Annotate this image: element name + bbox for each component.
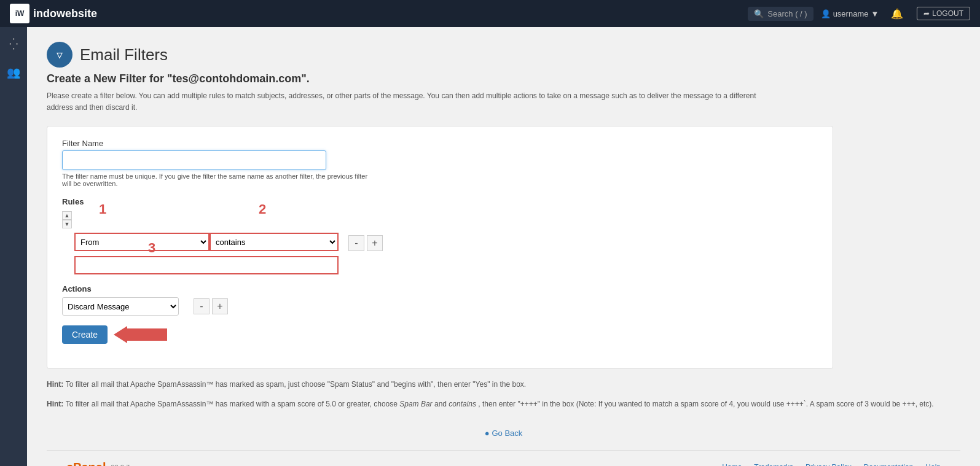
hint2-italic2: contains	[449, 400, 476, 408]
rules-label: Rules	[62, 197, 818, 206]
bell-icon[interactable]: 🔔	[891, 8, 903, 20]
footer-privacy-link[interactable]: Privacy Policy	[806, 463, 852, 466]
filter-name-hint: The filter name must be unique. If you g…	[62, 173, 369, 187]
main-content: ▿ Email Filters Create a New Filter for …	[27, 27, 980, 466]
footer-home-link[interactable]: Home	[722, 463, 742, 466]
footer-trademarks-link[interactable]: Trademarks	[754, 463, 793, 466]
top-navigation: iW indowebsite 🔍 Search ( / ) 👤 username…	[0, 0, 980, 27]
user-section: 👤 username ▼	[821, 9, 879, 18]
hint2-prefix: Hint:	[47, 400, 66, 408]
rule-text-wrapper: 3	[74, 256, 339, 274]
brand-name: indowebsite	[33, 7, 97, 20]
spinner-down-button[interactable]: ▼	[62, 220, 72, 228]
search-label: Search ( / )	[767, 9, 807, 18]
hint2-text-pre: To filter all mail that Apache SpamAssas…	[66, 400, 400, 408]
red-arrow	[108, 326, 167, 343]
hint-1: Hint: To filter all mail that Apache Spa…	[47, 379, 960, 390]
action-remove-button[interactable]: -	[194, 298, 210, 314]
spinner-up-button[interactable]: ▲	[62, 211, 72, 220]
hint2-text-mid: and	[434, 400, 449, 408]
rule-from-select[interactable]: From To Subject Any Header Any Recipient…	[74, 233, 210, 251]
logout-icon: ➦	[923, 9, 930, 18]
footer: cPanel 92.0.7 Home Trademarks Privacy Po…	[47, 450, 960, 466]
user-icon: 👤	[821, 9, 831, 18]
filter-name-group: Filter Name The filter name must be uniq…	[62, 139, 818, 187]
annotation-1: 1	[99, 201, 106, 217]
page-subtitle: Create a New Filter for "tes@contohdomai…	[47, 72, 960, 85]
search-box[interactable]: 🔍 Search ( / )	[748, 7, 813, 21]
sidebar: ⁛ 👥	[0, 27, 27, 466]
hint1-prefix: Hint:	[47, 380, 66, 389]
brand-logo[interactable]: iW indowebsite	[10, 4, 740, 23]
filter-name-input[interactable]	[62, 150, 326, 170]
logout-button[interactable]: ➦ LOGOUT	[917, 7, 970, 20]
action-add-button[interactable]: +	[212, 298, 228, 314]
cpanel-logo: cPanel	[66, 460, 106, 466]
chevron-down-icon: ▼	[871, 9, 879, 18]
footer-docs-link[interactable]: Documentation	[864, 463, 914, 466]
rule-contains-select[interactable]: contains does not contain begins with en…	[210, 233, 339, 251]
hint2-italic: Spam Bar	[399, 400, 432, 408]
annotation-3: 3	[148, 240, 155, 256]
action-select[interactable]: Discard Message Deliver to folder Redire…	[62, 297, 179, 316]
rule-remove-button[interactable]: -	[348, 235, 364, 251]
page-title: Email Filters	[80, 45, 168, 64]
actions-section: Actions Discard Message Deliver to folde…	[62, 284, 818, 316]
filter-name-label: Filter Name	[62, 139, 818, 148]
hint2-text-post: , then enter "++++" in the box (Note: If…	[478, 400, 933, 408]
form-section: Filter Name The filter name must be uniq…	[47, 126, 833, 369]
annotation-2: 2	[259, 201, 266, 217]
go-back-label: Go Back	[492, 429, 523, 438]
rules-row: ▲ ▼ 1 2 From	[62, 211, 818, 274]
rule-add-button[interactable]: +	[367, 235, 383, 251]
go-back-section: ● Go Back	[47, 429, 960, 438]
grid-icon: ⁛	[9, 37, 18, 51]
page-description: Please create a filter below. You can ad…	[47, 90, 784, 114]
filter-icon: ▿	[47, 42, 73, 68]
cpanel-version: 92.0.7	[111, 464, 130, 466]
sidebar-item-grid[interactable]: ⁛	[2, 33, 25, 55]
rule-text-input[interactable]	[74, 256, 339, 274]
brand-icon: iW	[10, 4, 29, 23]
rule-selects-wrapper: 1 2 From To Subject Any Header Any Recip…	[74, 211, 339, 251]
footer-help-link[interactable]: Help	[925, 463, 941, 466]
hints-section: Hint: To filter all mail that Apache Spa…	[47, 379, 960, 410]
footer-links: Home Trademarks Privacy Policy Documenta…	[722, 463, 941, 466]
rules-add-remove: - +	[348, 235, 383, 251]
hint1-text: To filter all mail that Apache SpamAssas…	[66, 380, 527, 389]
rules-section: Rules ▲ ▼ 1 2	[62, 197, 818, 274]
rules-spinners: ▲ ▼	[62, 211, 72, 228]
actions-label: Actions	[62, 284, 818, 293]
username-label: username	[833, 9, 869, 18]
hint-2: Hint: To filter all mail that Apache Spa…	[47, 398, 960, 410]
users-icon: 👥	[7, 66, 20, 79]
create-button[interactable]: Create	[62, 325, 108, 344]
go-back-link[interactable]: ● Go Back	[485, 429, 523, 438]
logout-label: LOGOUT	[932, 9, 963, 18]
go-back-icon: ●	[485, 429, 490, 438]
create-row: Create	[62, 325, 818, 344]
search-icon: 🔍	[754, 9, 764, 18]
sidebar-item-users[interactable]: 👥	[2, 61, 25, 83]
actions-add-remove: - +	[194, 298, 228, 314]
page-header: ▿ Email Filters	[47, 42, 960, 68]
rules-controls: 1 2 From To Subject Any Header Any Recip…	[74, 211, 339, 274]
